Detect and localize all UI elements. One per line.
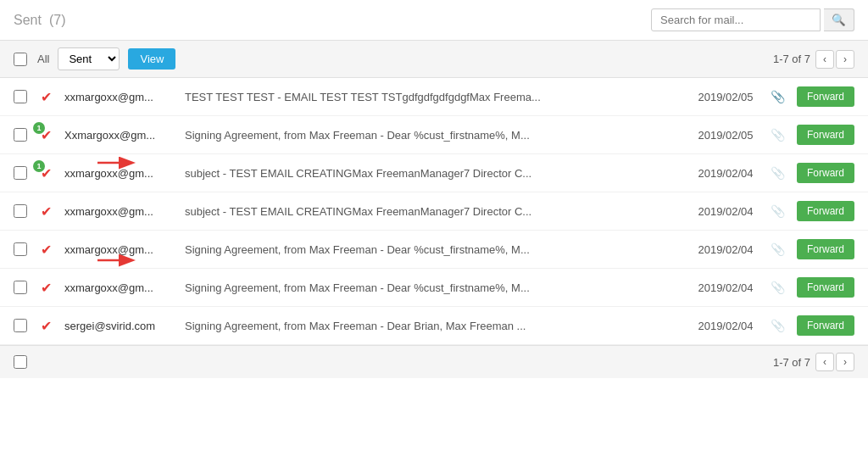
row-checkbox[interactable] — [14, 166, 27, 180]
table-row: 1 ✔ xxmargoxx@gm... subject - TEST EMAIL… — [0, 154, 868, 192]
email-date: 2019/02/04 — [692, 320, 760, 332]
footer-prev-button[interactable]: ‹ — [815, 353, 834, 371]
email-date: 2019/02/05 — [692, 129, 760, 142]
email-from: xxmargoxx@gm... — [64, 281, 175, 294]
table-row: 1 ✔ Xxmargoxx@gm... Signing Agreement, f… — [0, 116, 868, 154]
email-subject: Signing Agreement, from Max Freeman - De… — [185, 129, 682, 142]
email-from: xxmargoxx@gm... — [64, 91, 175, 103]
check-icon: ✔ — [41, 203, 52, 220]
email-subject: Signing Agreement, from Max Freeman - De… — [185, 281, 682, 294]
title-count: (7) — [49, 13, 66, 27]
attach-icon: 📎 — [770, 166, 787, 180]
check-icon: ✔ — [41, 280, 52, 296]
select-all-checkbox[interactable] — [14, 53, 27, 66]
email-subject: subject - TEST EMAIL CREATINGMax Freeman… — [185, 167, 682, 180]
status-icon: 1 ✔ — [37, 164, 54, 181]
email-subject: Signing Agreement, from Max Freeman - De… — [185, 243, 682, 256]
email-from: xxmargoxx@gm... — [64, 205, 175, 218]
attach-icon: 📎 — [770, 204, 787, 218]
page-container: Sent (7) 🔍 All Sent Inbox Drafts Trash V… — [0, 0, 868, 451]
email-list: ✔ xxmargoxx@gm... TEST TEST TEST - EMAIL… — [0, 78, 868, 345]
status-icon: ✔ — [37, 279, 54, 296]
badge: 1 — [33, 160, 45, 172]
table-row: ✔ xxmargoxx@gm... TEST TEST TEST - EMAIL… — [0, 78, 868, 116]
email-date: 2019/02/05 — [692, 91, 760, 103]
email-subject: Signing Agreement, from Max Freeman - De… — [185, 320, 682, 332]
email-date: 2019/02/04 — [692, 243, 760, 256]
toolbar: All Sent Inbox Drafts Trash View 1-7 of … — [0, 41, 868, 78]
page-title: Sent (7) — [14, 11, 66, 29]
prev-button[interactable]: ‹ — [815, 50, 834, 69]
forward-button[interactable]: Forward — [797, 163, 854, 183]
status-icon: ✔ — [37, 203, 54, 220]
check-icon: ✔ — [41, 318, 52, 334]
footer-checkbox[interactable] — [14, 355, 27, 369]
forward-button[interactable]: Forward — [797, 86, 854, 107]
attach-icon: 📎 — [770, 281, 787, 294]
attach-icon: 📎 — [770, 242, 787, 256]
status-icon: ✔ — [37, 317, 54, 334]
forward-button[interactable]: Forward — [797, 277, 854, 298]
check-icon: ✔ — [41, 242, 52, 258]
table-row: ✔ xxmargoxx@gm... subject - TEST EMAIL C… — [0, 192, 868, 231]
status-icon: 1 ✔ — [37, 126, 54, 143]
search-icon: 🔍 — [832, 14, 846, 26]
row-checkbox[interactable] — [14, 204, 27, 218]
search-box: 🔍 — [651, 8, 854, 31]
row-checkbox[interactable] — [14, 90, 27, 103]
pagination-label: 1-7 of 7 — [773, 53, 810, 65]
title-text: Sent — [14, 13, 42, 27]
row-checkbox[interactable] — [14, 281, 27, 294]
forward-button[interactable]: Forward — [797, 239, 854, 259]
check-icon: ✔ — [41, 89, 52, 105]
status-icon: ✔ — [37, 88, 54, 105]
header: Sent (7) 🔍 — [0, 0, 868, 41]
footer: 1-7 of 7 ‹ › — [0, 345, 868, 378]
search-button[interactable]: 🔍 — [824, 8, 854, 31]
email-from: sergei@svirid.com — [64, 320, 175, 332]
email-date: 2019/02/04 — [692, 281, 760, 294]
badge: 1 — [33, 122, 45, 134]
folder-select[interactable]: Sent Inbox Drafts Trash — [58, 47, 120, 70]
row-checkbox[interactable] — [14, 319, 27, 332]
table-row: ✔ xxmargoxx@gm... Signing Agreement, fro… — [0, 269, 868, 307]
attach-icon: 📎 — [770, 90, 787, 103]
status-icon: ✔ — [37, 241, 54, 258]
footer-pagination-nav: ‹ › — [815, 353, 854, 371]
email-date: 2019/02/04 — [692, 167, 760, 180]
forward-button[interactable]: Forward — [797, 125, 854, 145]
email-subject: subject - TEST EMAIL CREATINGMax Freeman… — [185, 205, 682, 218]
email-subject: TEST TEST TEST - EMAIL TEST TEST TSTgdfg… — [185, 91, 682, 103]
table-row: ✔ xxmargoxx@gm... Signing Agreement, fro… — [0, 231, 868, 269]
footer-pagination: 1-7 of 7 ‹ › — [773, 353, 854, 371]
next-button[interactable]: › — [836, 50, 854, 69]
row-checkbox[interactable] — [14, 128, 27, 142]
all-label: All — [37, 53, 49, 65]
forward-button[interactable]: Forward — [797, 201, 854, 221]
row-checkbox[interactable] — [14, 242, 27, 256]
email-from: xxmargoxx@gm... — [64, 167, 175, 180]
toolbar-pagination: 1-7 of 7 ‹ › — [773, 50, 854, 69]
email-date: 2019/02/04 — [692, 205, 760, 218]
email-from: xxmargoxx@gm... — [64, 243, 175, 256]
attach-icon: 📎 — [770, 128, 787, 142]
footer-pagination-label: 1-7 of 7 — [773, 356, 810, 369]
forward-button[interactable]: Forward — [797, 315, 854, 336]
footer-next-button[interactable]: › — [836, 353, 854, 371]
email-from: Xxmargoxx@gm... — [64, 129, 175, 142]
view-button[interactable]: View — [128, 48, 175, 70]
table-row: ✔ sergei@svirid.com Signing Agreement, f… — [0, 307, 868, 345]
search-input[interactable] — [651, 8, 821, 31]
pagination-nav: ‹ › — [815, 50, 854, 69]
attach-icon: 📎 — [770, 319, 787, 332]
